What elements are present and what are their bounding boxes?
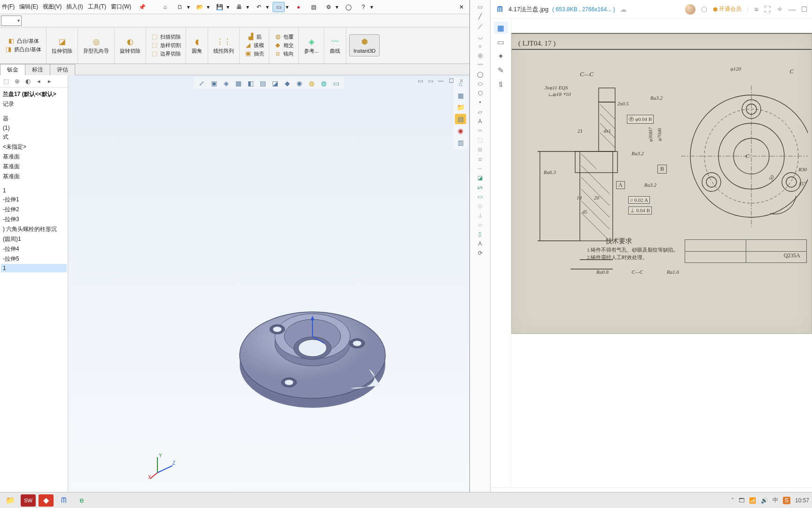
trim-icon[interactable]: ✂ xyxy=(478,127,483,134)
cloud-icon[interactable]: ☁ xyxy=(620,5,627,14)
chevron-up-icon[interactable]: ˄ xyxy=(731,497,734,504)
tree-item-selected[interactable]: 1 xyxy=(1,264,67,272)
rect-icon[interactable]: ▭ xyxy=(477,4,483,10)
menu-insert[interactable]: 插入(I) xyxy=(66,3,83,11)
hole-wizard-button[interactable]: ◎异型孔向导 xyxy=(81,36,111,55)
tree-item[interactable]: 式 xyxy=(1,132,67,142)
tree-item[interactable]: 记录 xyxy=(1,99,67,109)
tree-item[interactable]: (1) xyxy=(1,124,67,132)
appearance3-icon[interactable]: ◍ xyxy=(319,79,329,88)
slot-icon[interactable]: ⬭ xyxy=(478,80,483,87)
linear-pattern-button[interactable]: ⋮⋮线性阵列 xyxy=(211,36,236,55)
tree-item[interactable]: <未指定> xyxy=(1,142,67,152)
plane-icon[interactable]: ▱ xyxy=(478,109,482,115)
mirror-icon[interactable]: ⧈ xyxy=(478,156,482,162)
open-icon[interactable]: 📂 xyxy=(194,2,206,12)
tp-view-icon[interactable]: ▤ xyxy=(455,114,466,124)
dropdown-icon[interactable]: ▾ xyxy=(286,4,289,10)
maximize-icon[interactable]: ☐ xyxy=(801,5,807,14)
doc-min-icon[interactable]: ▭ xyxy=(426,77,435,85)
dropdown-icon[interactable]: ▾ xyxy=(226,4,230,10)
battery-icon[interactable]: 🗔 xyxy=(739,497,744,504)
sk5-icon[interactable]: A xyxy=(478,240,482,247)
view-orient-icon[interactable]: ◈ xyxy=(221,79,231,88)
model-viewport[interactable]: ⤢ ▣ ◈ ▦ ◧ ▤ ◪ ◆ ◉ ◍ ◍ ▭ ▭ ▭ — ☐ xyxy=(68,75,469,508)
tab-sheetmetal[interactable]: 钣金 xyxy=(0,64,25,75)
tree-item[interactable]: 器 xyxy=(1,114,67,124)
convert-icon[interactable]: ⬚ xyxy=(477,137,483,143)
dropdown-icon[interactable]: ▾ xyxy=(187,4,191,10)
doc-hide-icon[interactable]: ▭ xyxy=(416,77,424,85)
avatar[interactable] xyxy=(685,4,695,15)
sogou-icon[interactable]: S xyxy=(783,497,790,504)
doc-icon[interactable]: ▭ xyxy=(494,36,508,48)
wrap-button[interactable]: ◍包覆 xyxy=(272,33,296,41)
curves-button[interactable]: 〰曲线 xyxy=(327,36,343,55)
vip-button[interactable]: ⬢ 开通会员 xyxy=(713,5,742,13)
reference-button[interactable]: ◈参考... xyxy=(302,36,321,55)
loft-cut-button[interactable]: ⬚放样切割 xyxy=(149,41,183,50)
menu-icon[interactable]: ≡ xyxy=(754,5,758,13)
surf1-icon[interactable]: ◪ xyxy=(477,175,483,181)
sk6-icon[interactable]: ⟳ xyxy=(478,250,483,256)
dropdown-icon[interactable]: ▾ xyxy=(336,4,339,10)
line2-icon[interactable]: ／ xyxy=(477,23,483,31)
crop-icon[interactable]: ✦ xyxy=(494,50,508,62)
boundary-cut-button[interactable]: ⬚边界切除 xyxy=(149,50,183,58)
appearance2-icon[interactable]: ◍ xyxy=(306,79,317,88)
text-icon[interactable]: A xyxy=(478,118,482,125)
surf3-icon[interactable]: ▭ xyxy=(477,193,483,200)
sk2-icon[interactable]: ⊥ xyxy=(478,212,483,219)
panel-tab-icon[interactable]: ◐ xyxy=(23,77,32,86)
sk1-icon[interactable]: ◇ xyxy=(478,203,482,209)
pin-icon[interactable]: 📌 xyxy=(139,4,146,10)
explorer-icon[interactable]: 📁 xyxy=(3,494,18,507)
tree-item[interactable]: -拉伸4 xyxy=(1,244,67,254)
instant3d-button[interactable]: ⬢Instant3D xyxy=(349,34,380,56)
ellipse-icon[interactable]: ◯ xyxy=(477,71,483,78)
panel-tab-icon[interactable]: ▸ xyxy=(45,77,54,86)
menu-tools[interactable]: 工具(T) xyxy=(88,3,106,11)
tree-item[interactable]: -拉伸3 xyxy=(1,214,67,224)
print-icon[interactable]: 🖶 xyxy=(233,2,245,12)
user-icon[interactable]: ◯ xyxy=(342,2,354,12)
dim-icon[interactable]: ↔ xyxy=(477,165,483,172)
brush-icon[interactable]: ✎ xyxy=(494,64,508,76)
tab-annotate[interactable]: 标注 xyxy=(25,64,50,75)
revolve-cut-button[interactable]: ◐旋转切除 xyxy=(117,36,143,55)
tab-evaluate[interactable]: 评估 xyxy=(50,64,75,75)
gear-icon[interactable]: ⚙ xyxy=(322,2,335,12)
tree-item[interactable]: -拉伸1 xyxy=(1,195,67,205)
fullscreen-icon[interactable]: ⛶ xyxy=(764,5,771,13)
window-close-icon[interactable]: ✕ xyxy=(455,4,468,10)
display-style-icon[interactable]: ▦ xyxy=(233,79,243,88)
render-icon[interactable]: ◉ xyxy=(294,79,304,88)
sk3-icon[interactable]: ▱ xyxy=(478,222,482,228)
ime-icon[interactable]: 中 xyxy=(773,496,778,504)
tree-root[interactable]: 兰盘17 (默认<<默认> xyxy=(1,89,67,99)
pin-icon[interactable]: ✧ xyxy=(777,5,783,14)
edge-task-icon[interactable]: e xyxy=(74,494,89,507)
poly-icon[interactable]: ⬡ xyxy=(478,90,483,96)
tp-custom-icon[interactable]: ▥ xyxy=(455,137,466,148)
circle-icon[interactable]: ○ xyxy=(478,43,482,49)
wifi-icon[interactable]: 📶 xyxy=(749,497,756,504)
dropdown-icon[interactable]: ▾ xyxy=(266,4,270,10)
dropdown-icon[interactable]: ▾ xyxy=(207,4,211,10)
menu-file[interactable]: 件(F) xyxy=(2,3,15,11)
mirror-button[interactable]: ⧈镜向 xyxy=(272,50,296,58)
extrude-boss-button[interactable]: ◨挤凸台/基体 xyxy=(3,46,43,54)
panel-tab-icon[interactable]: ⊕ xyxy=(12,77,22,86)
intersect-button[interactable]: ◆相交 xyxy=(272,41,296,50)
offset-icon[interactable]: ⧉ xyxy=(478,146,482,153)
sw-task-icon[interactable]: SW xyxy=(21,494,36,507)
shell-button[interactable]: ▣抽壳 xyxy=(242,50,266,58)
dropdown-icon[interactable]: ▾ xyxy=(370,4,374,10)
arc-icon[interactable]: ◡ xyxy=(478,33,483,40)
tp-file-icon[interactable]: 📁 xyxy=(455,102,466,112)
panel-tab-icon[interactable]: ◂ xyxy=(34,77,43,86)
section-icon[interactable]: ◧ xyxy=(245,79,256,88)
home-icon[interactable]: ⌂ xyxy=(159,2,171,12)
cut-extrude-button[interactable]: ◪拉伸切除 xyxy=(49,36,75,55)
tp-appearance-icon[interactable]: ◉ xyxy=(455,126,466,136)
